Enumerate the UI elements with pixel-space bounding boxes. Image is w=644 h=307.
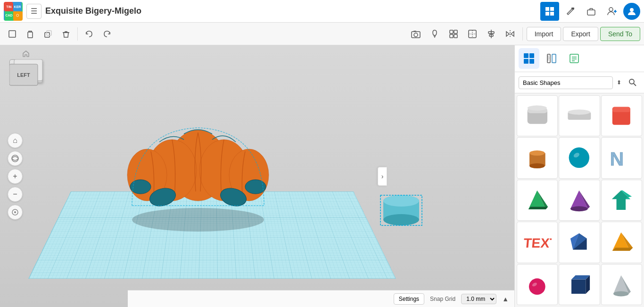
camera-view-btn[interactable] xyxy=(407,25,424,42)
svg-marker-97 xyxy=(612,248,633,251)
svg-rect-1 xyxy=(550,7,554,11)
svg-point-39 xyxy=(130,180,151,194)
shape-text-n[interactable]: N N xyxy=(601,137,642,178)
svg-marker-85 xyxy=(528,207,548,209)
duplicate-btn[interactable] xyxy=(40,25,57,42)
tinkercad-logo[interactable]: TIN KER CAD ⬡ xyxy=(4,2,23,21)
svg-text:TEXT: TEXT xyxy=(523,235,552,250)
tab-grid[interactable] xyxy=(519,48,539,69)
panel-collapse-btn[interactable]: › xyxy=(378,167,387,186)
svg-point-44 xyxy=(383,214,419,225)
group-btn[interactable] xyxy=(445,25,462,42)
svg-marker-30 xyxy=(511,32,514,36)
svg-point-104 xyxy=(613,291,629,297)
orbit-btn[interactable] xyxy=(8,151,23,166)
svg-rect-12 xyxy=(45,33,50,37)
main-area: LEFT LEFT ⌂ + − xyxy=(0,45,644,307)
briefcase-btn[interactable] xyxy=(582,2,601,21)
avatar-btn[interactable] xyxy=(623,3,640,20)
shape-pyramid-yellow[interactable] xyxy=(601,222,642,263)
svg-rect-100 xyxy=(571,280,586,294)
dropdown-arrow[interactable]: ⬍ xyxy=(615,77,623,88)
shapes-dropdown[interactable]: Basic Shapes xyxy=(519,76,613,89)
shape-cylinder[interactable] xyxy=(517,137,558,178)
delete-btn[interactable] xyxy=(58,25,74,42)
shape-red[interactable] xyxy=(601,95,642,136)
home-btn[interactable]: ⌂ xyxy=(8,133,23,148)
shapes-grid: N N xyxy=(515,93,644,307)
zoom-out-btn[interactable]: − xyxy=(8,187,23,202)
svg-rect-20 xyxy=(450,34,453,38)
reset-view-btn[interactable] xyxy=(8,205,23,220)
paste-btn[interactable] xyxy=(22,25,39,42)
svg-point-71 xyxy=(527,105,546,110)
svg-point-6 xyxy=(609,8,613,11)
send-to-btn[interactable]: Send To xyxy=(600,27,640,41)
top-nav: TIN KER CAD ⬡ ☰ Exquisite Bigery-Migelo xyxy=(0,0,644,23)
toolbar-divider-2 xyxy=(522,27,523,41)
svg-rect-3 xyxy=(550,12,554,16)
shape-sphere[interactable] xyxy=(559,137,600,178)
toolbar-right: Import Export Send To xyxy=(407,25,640,42)
redo-btn[interactable] xyxy=(99,25,116,42)
shape-text[interactable]: TEXT xyxy=(517,222,558,263)
svg-rect-57 xyxy=(529,59,534,64)
new-btn[interactable] xyxy=(4,25,21,42)
search-shapes-btn[interactable] xyxy=(625,75,640,90)
svg-point-77 xyxy=(529,163,545,168)
svg-rect-21 xyxy=(454,34,457,38)
lightbulb-btn[interactable] xyxy=(426,25,443,42)
svg-rect-19 xyxy=(454,30,457,33)
shape-cone-purple[interactable] xyxy=(559,180,600,221)
snap-grid-up-btn[interactable]: ▲ xyxy=(502,295,509,303)
export-btn[interactable]: Export xyxy=(563,27,598,41)
shape-box-darkblue[interactable] xyxy=(559,264,600,305)
shape-arrow-teal[interactable] xyxy=(601,180,642,221)
add-user-btn[interactable] xyxy=(603,2,621,21)
svg-rect-10 xyxy=(9,31,16,37)
undo-btn[interactable] xyxy=(81,25,98,42)
shape-sphere-magenta[interactable] xyxy=(517,264,558,305)
align-btn[interactable] xyxy=(483,25,500,42)
menu-icon[interactable]: ☰ xyxy=(26,4,41,19)
hammer-btn[interactable] xyxy=(561,2,580,21)
snap-grid-select[interactable]: 1.0 mm 0.5 mm 2.0 mm xyxy=(461,294,496,304)
svg-rect-62 xyxy=(552,54,556,63)
toolbar: Import Export Send To xyxy=(0,23,644,45)
tab-ruler[interactable] xyxy=(541,48,562,69)
view-cube[interactable]: LEFT LEFT xyxy=(9,55,47,92)
svg-point-79 xyxy=(569,148,589,168)
svg-point-51 xyxy=(12,155,18,162)
cylinder-object[interactable] xyxy=(380,191,422,229)
viewport[interactable]: LEFT LEFT ⌂ + − xyxy=(0,45,514,307)
settings-btn[interactable]: Settings xyxy=(394,293,424,305)
svg-rect-56 xyxy=(524,59,528,64)
grid-view-btn[interactable] xyxy=(540,2,559,21)
toolbar-divider-1 xyxy=(77,27,78,41)
svg-rect-18 xyxy=(450,30,453,33)
pumpkin-object[interactable] xyxy=(108,92,288,234)
svg-line-68 xyxy=(634,83,636,86)
svg-rect-5 xyxy=(587,10,595,15)
svg-marker-86 xyxy=(570,190,588,208)
ungroup-btn[interactable] xyxy=(464,25,481,42)
view-cube-left[interactable]: LEFT xyxy=(9,59,42,83)
shape-flat[interactable] xyxy=(559,95,600,136)
shape-pyramid-green[interactable] xyxy=(517,180,558,221)
svg-marker-29 xyxy=(506,32,509,36)
project-title: Exquisite Bigery-Migelo xyxy=(45,6,537,16)
snap-grid-label: Snap Grid xyxy=(430,296,455,302)
svg-rect-11 xyxy=(28,32,33,38)
right-panel: Basic Shapes ⬍ xyxy=(514,45,644,307)
shapes-header: Basic Shapes ⬍ xyxy=(515,72,644,93)
nav-controls: ⌂ + − xyxy=(8,133,23,220)
shape-prism-blue[interactable] xyxy=(559,222,600,263)
zoom-in-btn[interactable]: + xyxy=(8,169,23,184)
svg-point-67 xyxy=(629,79,634,84)
tab-notes[interactable] xyxy=(564,48,585,69)
svg-point-88 xyxy=(570,206,588,211)
import-btn[interactable]: Import xyxy=(527,27,561,41)
mirror-btn[interactable] xyxy=(502,25,519,42)
shape-rounded-box[interactable] xyxy=(517,95,558,136)
shape-cone-silver[interactable] xyxy=(601,264,642,305)
